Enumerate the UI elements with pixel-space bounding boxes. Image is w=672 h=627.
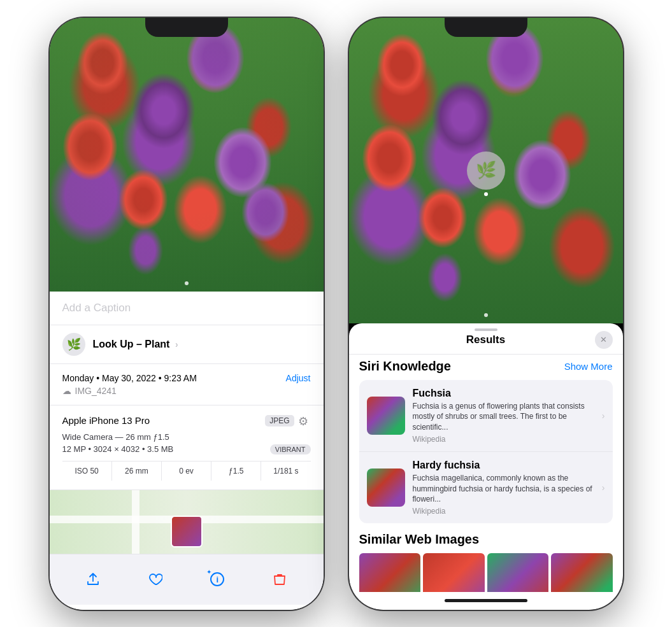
info-circle: i — [210, 572, 224, 586]
lookup-chevron-icon: › — [175, 339, 178, 349]
right-flower-5 — [513, 140, 571, 210]
left-home-indicator — [50, 605, 324, 610]
right-phone: 🌿 Results ✕ Siri Knowledge — [349, 18, 623, 610]
exif-iso: ISO 50 — [62, 461, 112, 481]
filename-label: IMG_4241 — [75, 386, 117, 396]
siri-knowledge-title: Siri Knowledge — [359, 359, 451, 374]
hardy-fuchsia-chevron-icon: › — [602, 483, 605, 493]
lookup-bold: Look Up – — [93, 339, 142, 349]
knowledge-card: Fuchsia Fuchsia is a genus of flowering … — [359, 380, 613, 524]
similar-section: Similar Web Images — [359, 532, 613, 591]
siri-knowledge-header: Siri Knowledge Show More — [359, 359, 613, 374]
camera-model: Apple iPhone 13 Pro — [62, 415, 150, 426]
exif-shutter: 1/181 s — [261, 461, 310, 481]
right-photo-image[interactable]: 🌿 — [349, 18, 623, 323]
drag-handle[interactable] — [475, 328, 497, 331]
hardy-fuchsia-thumb — [367, 468, 405, 507]
camera-section: Apple iPhone 13 Pro JPEG ⚙ Wide Camera —… — [50, 405, 324, 490]
exif-aperture: ƒ1.5 — [211, 461, 261, 481]
similar-image-4[interactable] — [551, 553, 613, 591]
lookup-subject: Plant — [145, 339, 169, 349]
results-panel: Results ✕ Siri Knowledge Show More — [349, 323, 623, 592]
left-phone-notch — [145, 18, 228, 37]
left-phone-screen: Add a Caption 🌿 Look Up – Plant › Monday… — [50, 18, 324, 610]
fuchsia-title: Fuchsia — [413, 388, 594, 399]
settings-icon[interactable]: ⚙ — [298, 414, 311, 427]
fuchsia-content: Fuchsia Fuchsia is a genus of flowering … — [413, 388, 594, 444]
hardy-fuchsia-item[interactable]: Hardy fuchsia Fuchsia magellanica, commo… — [359, 452, 613, 523]
lookup-label: Look Up – Plant › — [93, 339, 178, 350]
right-home-bar — [445, 599, 527, 602]
fuchsia-thumb — [367, 397, 405, 435]
page-dot — [185, 281, 189, 285]
close-icon: ✕ — [600, 335, 607, 344]
left-toolbar: ✦ i — [50, 554, 324, 605]
map-photo-thumb — [171, 516, 203, 547]
adjust-button[interactable]: Adjust — [286, 373, 311, 383]
similar-images-row — [359, 553, 613, 591]
similar-image-2[interactable] — [423, 553, 485, 591]
caption-area[interactable]: Add a Caption — [50, 292, 324, 325]
results-header-wrapper: Results ✕ — [349, 323, 623, 351]
fuchsia-source: Wikipedia — [413, 435, 594, 444]
hardy-fuchsia-content: Hardy fuchsia Fuchsia magellanica, commo… — [413, 460, 594, 516]
favorite-button[interactable] — [141, 565, 169, 593]
hardy-fuchsia-source: Wikipedia — [413, 507, 594, 516]
date-text: Monday • May 30, 2022 • 9:23 AM — [62, 373, 197, 383]
right-phone-screen: 🌿 Results ✕ Siri Knowledge — [349, 18, 623, 610]
caption-placeholder[interactable]: Add a Caption — [62, 302, 131, 314]
right-flower-1 — [376, 33, 427, 97]
right-flower-3 — [431, 79, 495, 155]
lookup-row[interactable]: 🌿 Look Up – Plant › — [50, 325, 324, 364]
similar-image-3[interactable] — [487, 553, 549, 591]
cloud-icon: ☁ — [62, 386, 71, 396]
map-road-vertical — [132, 490, 139, 554]
hardy-fuchsia-description: Fuchsia magellanica, commonly known as t… — [413, 473, 594, 505]
fuchsia-item[interactable]: Fuchsia Fuchsia is a genus of flowering … — [359, 380, 613, 452]
left-phone: Add a Caption 🌿 Look Up – Plant › Monday… — [50, 18, 324, 610]
photo-image[interactable] — [50, 18, 324, 292]
fuchsia-chevron-icon: › — [602, 411, 605, 421]
share-button[interactable] — [79, 565, 107, 593]
right-flower-4 — [362, 125, 417, 192]
results-scroll[interactable]: Siri Knowledge Show More Fuchsia Fuchsia… — [349, 351, 623, 592]
visual-lookup-dot — [484, 192, 488, 196]
exif-row: ISO 50 26 mm 0 ev ƒ1.5 1/181 s — [62, 461, 311, 481]
resolution-text: 12 MP • 3024 × 4032 • 3.5 MB — [62, 444, 174, 454]
right-home-indicator — [349, 592, 623, 610]
similar-image-1[interactable] — [359, 553, 421, 591]
right-phone-notch — [445, 18, 527, 37]
fuchsia-description: Fuchsia is a genus of flowering plants t… — [413, 401, 594, 433]
green-overlay — [50, 18, 324, 292]
exif-focal: 26 mm — [112, 461, 162, 481]
results-title: Results — [377, 334, 595, 346]
map-section[interactable] — [50, 490, 324, 554]
jpeg-badge: JPEG — [265, 415, 294, 426]
info-button[interactable]: ✦ i — [203, 565, 231, 593]
visual-lookup-button[interactable]: 🌿 — [467, 151, 505, 190]
exif-ev: 0 ev — [162, 461, 211, 481]
camera-details: Wide Camera — 26 mm ƒ1.5 — [62, 432, 311, 442]
format-badges: JPEG ⚙ — [265, 414, 310, 427]
hardy-fuchsia-title: Hardy fuchsia — [413, 460, 594, 471]
visual-lookup-leaf-icon: 🌿 — [476, 160, 496, 180]
close-button[interactable]: ✕ — [595, 331, 613, 349]
right-flower-6 — [417, 186, 468, 250]
date-section: Monday • May 30, 2022 • 9:23 AM Adjust ☁… — [50, 364, 324, 405]
vibrant-badge: VIBRANT — [270, 444, 311, 454]
show-more-button[interactable]: Show More — [564, 361, 613, 372]
lookup-icon: 🌿 — [62, 333, 85, 356]
leaf-icon: 🌿 — [67, 337, 81, 351]
delete-button[interactable] — [266, 565, 294, 593]
similar-title: Similar Web Images — [359, 532, 613, 547]
right-page-dot — [484, 313, 488, 317]
